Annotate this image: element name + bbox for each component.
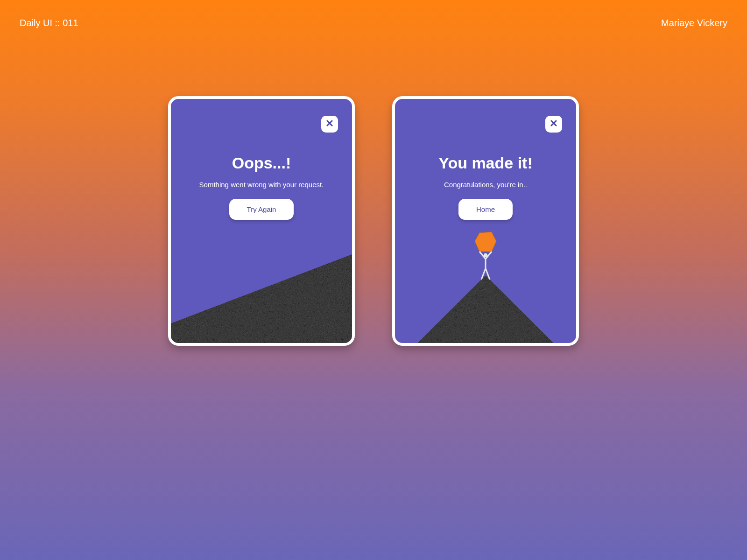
svg-line-7 bbox=[486, 268, 490, 280]
error-title: Oops...! bbox=[171, 154, 352, 172]
cards-container: Oops...! Somthing went wrong with your r… bbox=[0, 96, 747, 346]
success-close-button[interactable] bbox=[545, 116, 562, 133]
close-icon bbox=[550, 120, 557, 128]
home-label: Home bbox=[476, 205, 495, 213]
person-with-orange-shape-illustration bbox=[469, 231, 502, 282]
svg-line-6 bbox=[481, 268, 486, 280]
success-card: You made it! Congratulations, you're in.… bbox=[392, 96, 579, 346]
try-again-label: Try Again bbox=[247, 205, 276, 213]
success-title: You made it! bbox=[395, 154, 576, 172]
header-right-label: Mariaye Vickery bbox=[661, 18, 727, 28]
slope-illustration bbox=[171, 222, 352, 343]
error-card: Oops...! Somthing went wrong with your r… bbox=[168, 96, 355, 346]
header-left-label: Daily UI :: 011 bbox=[20, 18, 78, 28]
page-header: Daily UI :: 011 Mariaye Vickery bbox=[0, 18, 747, 28]
svg-marker-0 bbox=[171, 254, 352, 343]
svg-marker-1 bbox=[475, 232, 496, 252]
success-subtitle: Congratulations, you're in.. bbox=[395, 181, 576, 189]
try-again-button[interactable]: Try Again bbox=[229, 199, 294, 220]
error-close-button[interactable] bbox=[321, 116, 338, 133]
error-subtitle: Somthing went wrong with your request. bbox=[171, 181, 352, 189]
home-button[interactable]: Home bbox=[458, 199, 513, 220]
close-icon bbox=[326, 120, 333, 128]
svg-marker-8 bbox=[418, 275, 554, 343]
